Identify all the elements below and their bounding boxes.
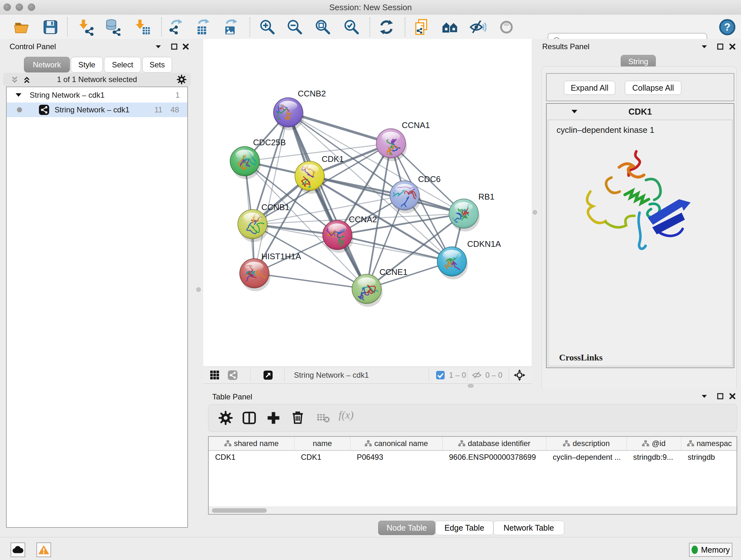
network-view-statusbar: String Network – cdk1 1 – 0 0 – 0 [203,367,532,384]
panel-close-icon[interactable] [182,43,190,51]
collapse-all-button[interactable]: Collapse All [625,81,681,95]
collapse-triangle-icon[interactable] [15,92,22,98]
entry-details: cyclin–dependent kinase 1 [548,120,732,366]
memory-status-icon [691,546,698,554]
edge-hist1h1a-ccne1[interactable] [254,273,367,289]
tab-edge-table[interactable]: Edge Table [435,521,493,535]
panel-menu-icon[interactable] [700,392,708,401]
delete-table-icon[interactable] [317,413,330,424]
refresh-view-icon[interactable] [377,18,396,37]
results-panel: Results Panel String Expand All Collapse… [538,39,741,388]
network-share-icon[interactable] [227,370,238,381]
birdseye-grid-icon[interactable] [210,370,220,381]
network-node-ccna1[interactable]: CCNA1 [376,120,430,161]
table-toolbar: f(x) [208,404,737,432]
panel-close-icon[interactable] [729,43,736,51]
record-icon[interactable] [497,18,516,37]
zoom-selected-icon[interactable] [342,18,361,37]
selected-checkbox-icon[interactable] [435,370,445,380]
column-header--id[interactable]: @id [627,437,681,450]
toolbar-separator [250,17,250,37]
tab-select[interactable]: Select [104,57,141,72]
table-gear-icon[interactable] [219,411,232,426]
left-splitter[interactable] [194,39,203,537]
network-status-title: String Network – cdk1 [294,367,369,383]
table-cell[interactable]: stringdb [681,450,737,464]
warnings-button[interactable] [37,543,51,557]
table-cell[interactable]: cyclin–dependent ... [546,450,627,464]
tab-network-table[interactable]: Network Table [493,521,564,535]
network-node-cdc6[interactable]: CDC6 [390,174,441,214]
panel-float-icon[interactable] [717,43,724,51]
tab-network[interactable]: Network [24,57,70,72]
export-image-icon[interactable] [222,18,240,37]
tab-style[interactable]: Style [71,57,103,72]
zoom-fit-icon[interactable] [314,18,332,37]
save-session-icon[interactable] [41,18,60,37]
splitter-handle[interactable] [533,210,537,214]
network-node-ccnb2[interactable]: CCNB2 [267,89,326,130]
import-network-file-icon[interactable] [77,18,95,37]
table-cell[interactable]: CDK1 [209,450,294,464]
column-header-canonical-name[interactable]: canonical name [350,437,443,450]
edge-ccna2-cdkn1a[interactable] [337,235,452,261]
import-network-database-icon[interactable] [104,18,122,37]
hide-panels-eye-icon[interactable] [468,18,487,37]
column-header-shared-name[interactable]: shared name [209,437,294,450]
open-in-window-icon[interactable] [263,370,273,381]
network-row-selected[interactable]: String Network – cdk1 11 48 [7,103,187,117]
scrollbar-thumb[interactable] [212,508,267,513]
cloud-status-button[interactable] [10,543,25,557]
column-header-namespac[interactable]: namespac [681,437,737,450]
network-edge-count: 48 [171,103,179,117]
entry-header[interactable]: CDK1 [547,104,734,120]
hidden-eye-icon[interactable] [472,370,482,380]
table-cell[interactable]: 9606.ENSP00000378699 [443,450,546,464]
network-node-rb1[interactable]: RB1 [449,192,495,232]
add-column-icon[interactable] [266,411,280,426]
tab-node-table[interactable]: Node Table [378,521,435,535]
zoom-in-icon[interactable] [258,18,277,37]
function-builder-icon[interactable]: f(x) [339,409,354,421]
table-cell[interactable]: P06493 [350,450,443,464]
table-row[interactable]: CDK1CDK1P064939606.ENSP00000378699cyclin… [209,450,737,464]
zoom-out-icon[interactable] [286,18,304,37]
edge-ccnb2-hist1h1a[interactable] [254,112,288,273]
splitter-handle[interactable] [468,384,474,388]
export-table-icon[interactable] [194,18,212,37]
network-collection-row[interactable]: String Network – cdk1 1 [7,88,187,103]
horizontal-scrollbar[interactable] [209,507,737,514]
edge-ccnb2-ccne1[interactable] [288,112,367,289]
column-header-database-identifier[interactable]: database identifier [443,437,546,450]
panel-menu-icon[interactable] [700,43,708,51]
open-session-icon[interactable] [12,18,31,37]
panel-float-icon[interactable] [171,43,178,51]
network-canvas[interactable]: CCNB2CCNA1CDC25BCDK1CDC6RB1CCNB1CCNA2CDK… [203,39,532,367]
copy-document-icon[interactable] [412,18,431,37]
panel-float-icon[interactable] [717,392,724,401]
memory-button[interactable]: Memory [689,543,732,557]
column-header-name[interactable]: name [294,437,350,450]
right-splitter[interactable] [532,39,538,383]
entry-gene-name: CDK1 [547,104,734,120]
network-node-cdc25b[interactable]: CDC25B [230,138,286,179]
panel-menu-icon[interactable] [154,43,162,51]
splitter-handle[interactable] [196,287,201,292]
network-options-gear-icon[interactable] [177,75,186,85]
statusbar-separator [250,369,251,381]
show-columns-icon[interactable] [242,411,256,426]
fit-selected-crosshair-icon[interactable] [514,369,526,382]
tab-sets[interactable]: Sets [142,57,172,72]
network-node-hist1h1a[interactable]: HIST1H1A [240,252,301,291]
import-table-file-icon[interactable] [133,18,152,37]
help-icon[interactable]: ? [718,17,736,36]
network-node-cdkn1a[interactable]: CDKN1A [437,239,501,279]
table-cell[interactable]: CDK1 [294,450,350,464]
expand-all-button[interactable]: Expand All [564,81,615,95]
table-cell[interactable]: stringdb:9... [627,450,681,464]
column-header-description[interactable]: description [546,437,627,450]
network-overview-icon[interactable] [441,18,459,37]
delete-column-icon[interactable] [291,410,305,425]
panel-close-icon[interactable] [729,392,736,401]
export-network-icon[interactable] [166,18,185,37]
